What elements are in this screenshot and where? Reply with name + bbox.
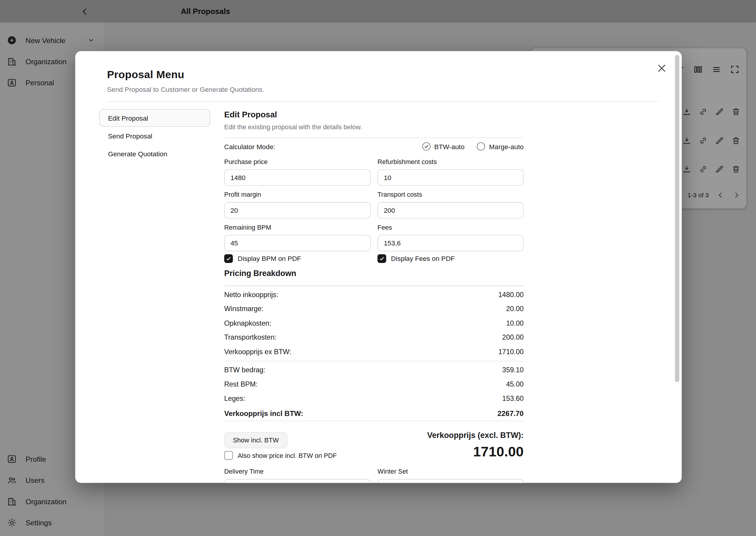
scrollbar-thumb[interactable] bbox=[675, 55, 679, 382]
show-incl-btw-button[interactable]: Show incl. BTW bbox=[224, 432, 287, 448]
radio-unselected-icon bbox=[477, 142, 485, 151]
modal-scrollbar[interactable] bbox=[675, 54, 680, 480]
pricing-value: 45.00 bbox=[506, 380, 523, 388]
calculator-mode-row: Calculator Mode: BTW-auto Marge-auto bbox=[224, 142, 523, 151]
pricing-label: Winstmarge: bbox=[224, 305, 264, 313]
refurbishment-costs-input[interactable] bbox=[377, 169, 523, 186]
pricing-row: Transportkosten: 200.00 bbox=[224, 330, 523, 344]
display-fees-checkbox[interactable]: Display Fees on PDF bbox=[377, 254, 455, 263]
section-subtitle: Edit the existing proposal with the deta… bbox=[224, 123, 523, 131]
pricing-total-row: Verkoopprijs incl BTW: 2267.70 bbox=[224, 406, 523, 420]
profit-margin-input[interactable] bbox=[224, 202, 371, 218]
display-bpm-checkbox[interactable]: Display BPM on PDF bbox=[224, 254, 301, 263]
pricing-value: 359.10 bbox=[502, 366, 523, 374]
pricing-rows-top: Netto inkoopprijs: 1480.00 Winstmarge: 2… bbox=[224, 287, 523, 359]
pricing-label: Netto inkoopprijs: bbox=[224, 291, 278, 299]
pricing-value: 20.00 bbox=[506, 305, 523, 313]
purchase-price-input[interactable] bbox=[224, 169, 371, 186]
field-label-refurbishment-costs: Refurbishment costs bbox=[377, 158, 437, 165]
remaining-bpm-input[interactable] bbox=[224, 235, 371, 251]
winter-set-input[interactable] bbox=[377, 479, 523, 483]
excl-price-value: 1710.00 bbox=[473, 444, 523, 460]
fees-input[interactable] bbox=[377, 235, 523, 251]
pricing-value: 10.00 bbox=[506, 319, 523, 327]
transport-costs-input[interactable] bbox=[377, 202, 523, 218]
section-title: Edit Proposal bbox=[224, 110, 523, 119]
pricing-total-value: 2267.70 bbox=[497, 409, 523, 417]
radio-selected-icon bbox=[422, 142, 430, 151]
nav-item-generate-quotation[interactable]: Generate Quotation bbox=[99, 145, 210, 162]
pricing-row: Opknapkosten: 10.00 bbox=[224, 316, 523, 330]
field-label-delivery-time: Delivery Time bbox=[224, 468, 264, 475]
field-label-fees: Fees bbox=[377, 224, 392, 231]
field-label-remaining-bpm: Remaining BPM bbox=[224, 224, 271, 231]
delivery-time-input[interactable] bbox=[224, 479, 371, 483]
screen: All Proposals New Vehicle Orga bbox=[0, 0, 756, 536]
excl-price-label: Verkoopprijs (excl. BTW): bbox=[427, 431, 524, 440]
checkbox-checked-icon bbox=[377, 254, 386, 263]
pricing-row: Winstmarge: 20.00 bbox=[224, 302, 523, 316]
nav-item-edit-proposal[interactable]: Edit Proposal bbox=[99, 109, 210, 127]
nav-item-label: Edit Proposal bbox=[108, 114, 148, 122]
field-label-purchase-price: Purchase price bbox=[224, 158, 268, 165]
pricing-value: 200.00 bbox=[502, 333, 523, 341]
pricing-row: BTW bedrag: 359.10 bbox=[224, 363, 523, 377]
modal-title: Proposal Menu bbox=[107, 69, 184, 81]
divider bbox=[224, 285, 523, 286]
radio-marge-auto[interactable]: Marge-auto bbox=[477, 142, 523, 151]
pricing-row: Netto inkoopprijs: 1480.00 bbox=[224, 287, 523, 302]
pricing-value: 153.60 bbox=[502, 394, 523, 402]
pricing-total-label: Verkoopprijs incl BTW: bbox=[224, 409, 303, 417]
field-label-profit-margin: Profit margin bbox=[224, 191, 261, 198]
pricing-row: Leges: 153.60 bbox=[224, 391, 523, 406]
pricing-row: Rest BPM: 45.00 bbox=[224, 377, 523, 391]
calculator-mode-options: BTW-auto Marge-auto bbox=[422, 142, 524, 151]
checkbox-label: Also show price incl. BTW on PDF bbox=[237, 452, 337, 459]
proposal-menu-modal: Proposal Menu Send Proposal to Customer … bbox=[75, 51, 682, 483]
pricing-label: BTW bedrag: bbox=[224, 366, 266, 374]
radio-label: Marge-auto bbox=[489, 143, 523, 151]
radio-btw-auto[interactable]: BTW-auto bbox=[422, 142, 465, 151]
pricing-row: Verkoopprijs ex BTW: 1710.00 bbox=[224, 344, 523, 359]
pricing-label: Verkoopprijs ex BTW: bbox=[224, 348, 291, 355]
checkbox-label: Display BPM on PDF bbox=[237, 254, 301, 262]
also-show-incl-btw-checkbox[interactable]: Also show price incl. BTW on PDF bbox=[224, 451, 337, 460]
calculator-mode-label: Calculator Mode: bbox=[224, 143, 275, 151]
pricing-breakdown-title: Pricing Breakdown bbox=[224, 269, 523, 278]
close-button[interactable] bbox=[656, 62, 668, 74]
checkbox-label: Display Fees on PDF bbox=[391, 254, 455, 262]
nav-item-label: Generate Quotation bbox=[108, 150, 168, 157]
divider bbox=[224, 421, 523, 421]
field-label-transport-costs: Transport costs bbox=[377, 191, 422, 198]
pricing-value: 1710.00 bbox=[498, 348, 523, 355]
pricing-value: 1480.00 bbox=[498, 291, 523, 299]
edit-proposal-panel: Edit Proposal Edit the existing proposal… bbox=[224, 51, 523, 483]
radio-label: BTW-auto bbox=[434, 143, 464, 151]
pricing-label: Rest BPM: bbox=[224, 380, 258, 388]
pricing-rows-mid: BTW bedrag: 359.10 Rest BPM: 45.00 Leges… bbox=[224, 363, 523, 406]
pricing-label: Leges: bbox=[224, 394, 245, 402]
modal-nav: Edit Proposal Send Proposal Generate Quo… bbox=[99, 109, 210, 162]
close-icon bbox=[656, 62, 668, 74]
divider bbox=[224, 138, 523, 138]
field-label-winter-set: Winter Set bbox=[377, 468, 408, 475]
checkbox-checked-icon bbox=[224, 254, 233, 263]
nav-item-label: Send Proposal bbox=[108, 132, 152, 140]
checkbox-unchecked-icon bbox=[224, 451, 233, 460]
nav-item-send-proposal[interactable]: Send Proposal bbox=[99, 127, 210, 145]
pricing-label: Opknapkosten: bbox=[224, 319, 271, 327]
divider bbox=[224, 361, 523, 362]
pricing-label: Transportkosten: bbox=[224, 333, 276, 341]
